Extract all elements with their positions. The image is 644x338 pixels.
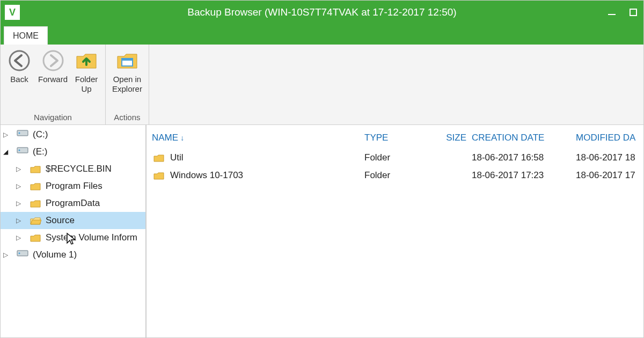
back-icon bbox=[8, 49, 31, 72]
column-header-size[interactable]: SIZE bbox=[434, 133, 472, 143]
column-header-creation-date[interactable]: CREATION DATE bbox=[472, 133, 574, 143]
ribbon-group-navigation: Back Forward Folder Up Navigation bbox=[1, 45, 106, 124]
column-header-type[interactable]: TYPE bbox=[364, 133, 434, 143]
tree-label: System Volume Inform bbox=[46, 232, 137, 243]
item-creation-date: 18-06-2017 17:23 bbox=[472, 170, 574, 181]
list-item[interactable]: Windows 10-1703 Folder 18-06-2017 17:23 … bbox=[150, 166, 643, 184]
back-label: Back bbox=[10, 75, 28, 84]
svg-rect-1 bbox=[630, 9, 636, 16]
ribbon-group-label-nav: Navigation bbox=[4, 111, 102, 123]
folder-open-icon bbox=[30, 215, 41, 226]
column-header-modified-date[interactable]: MODIFIED DA bbox=[574, 133, 643, 143]
drive-icon bbox=[17, 146, 28, 158]
folder-up-icon bbox=[75, 49, 98, 72]
drive-icon bbox=[17, 129, 28, 141]
item-modified-date: 18-06-2017 17 bbox=[574, 170, 643, 181]
svg-rect-5 bbox=[122, 58, 133, 61]
item-type: Folder bbox=[364, 170, 434, 181]
tree-label: Source bbox=[46, 215, 75, 226]
item-name: Util bbox=[170, 152, 184, 163]
item-creation-date: 18-06-2017 16:58 bbox=[472, 152, 574, 163]
minimize-button[interactable] bbox=[606, 6, 618, 18]
forward-button[interactable]: Forward bbox=[35, 49, 71, 84]
open-explorer-label: Open in Explorer bbox=[112, 75, 142, 94]
folder-icon bbox=[30, 232, 41, 244]
sort-asc-icon: ↓ bbox=[180, 134, 184, 142]
tree-label: $RECYCLE.BIN bbox=[46, 164, 112, 174]
expand-icon[interactable]: ▷ bbox=[14, 200, 22, 207]
svg-point-11 bbox=[19, 253, 20, 254]
tree-label: (E:) bbox=[33, 146, 47, 157]
column-header-name[interactable]: NAME↓ bbox=[150, 133, 364, 143]
window-title: Backup Browser (WIN-10S7T74TVAK at 17-12… bbox=[187, 6, 456, 18]
titlebar: V Backup Browser (WIN-10S7T74TVAK at 17-… bbox=[1, 1, 643, 24]
collapse-icon[interactable]: ◢ bbox=[2, 148, 9, 156]
tree-node-e[interactable]: ◢ (E:) bbox=[1, 143, 145, 160]
tree-node-program-files[interactable]: ▷ Program Files bbox=[1, 178, 145, 195]
item-type: Folder bbox=[364, 152, 434, 163]
folder-icon bbox=[30, 197, 41, 209]
forward-label: Forward bbox=[38, 75, 68, 84]
tree-node-volume1[interactable]: ▷ (Volume 1) bbox=[1, 246, 145, 263]
app-icon: V bbox=[5, 5, 20, 20]
folder-icon bbox=[153, 170, 165, 181]
expand-icon[interactable]: ▷ bbox=[14, 182, 22, 190]
file-list[interactable]: NAME↓ TYPE SIZE CREATION DATE MODIFIED D… bbox=[147, 125, 643, 337]
svg-point-7 bbox=[19, 133, 20, 134]
tree-label: Program Files bbox=[46, 181, 103, 192]
folder-icon bbox=[30, 180, 41, 192]
open-in-explorer-button[interactable]: Open in Explorer bbox=[109, 49, 145, 94]
tree-node-programdata[interactable]: ▷ ProgramData bbox=[1, 195, 145, 212]
expand-icon[interactable]: ▷ bbox=[14, 234, 22, 241]
maximize-button[interactable] bbox=[627, 6, 639, 18]
column-headers: NAME↓ TYPE SIZE CREATION DATE MODIFIED D… bbox=[150, 130, 643, 149]
ribbon-group-actions: Open in Explorer Actions bbox=[106, 45, 149, 124]
tree-node-c[interactable]: ▷ (C:) bbox=[1, 126, 145, 143]
tree-node-recycle[interactable]: ▷ $RECYCLE.BIN bbox=[1, 160, 145, 178]
expand-icon[interactable]: ▷ bbox=[14, 165, 22, 173]
item-modified-date: 18-06-2017 18 bbox=[574, 152, 643, 163]
folder-up-label: Folder Up bbox=[75, 75, 98, 94]
col-name-label: NAME bbox=[152, 133, 178, 143]
expand-icon[interactable]: ▷ bbox=[2, 251, 9, 259]
tree-label: (C:) bbox=[33, 129, 48, 140]
back-button[interactable]: Back bbox=[4, 49, 35, 84]
folder-icon bbox=[153, 152, 165, 164]
expand-icon[interactable]: ▷ bbox=[2, 131, 9, 138]
tree-label: ProgramData bbox=[46, 198, 100, 209]
ribbon-tabstrip: HOME bbox=[1, 24, 643, 45]
folder-tree[interactable]: ▷ (C:) ◢ (E:) ▷ $RECYCLE.BIN bbox=[1, 125, 147, 337]
item-name: Windows 10-1703 bbox=[170, 170, 243, 181]
ribbon: Back Forward Folder Up Navigation bbox=[1, 45, 643, 125]
svg-point-2 bbox=[10, 51, 29, 70]
drive-icon bbox=[17, 249, 28, 261]
tree-node-source[interactable]: ▷ Source bbox=[1, 212, 145, 229]
tree-node-svi[interactable]: ▷ System Volume Inform bbox=[1, 229, 145, 246]
list-item[interactable]: Util Folder 18-06-2017 16:58 18-06-2017 … bbox=[150, 149, 643, 166]
svg-point-3 bbox=[43, 51, 63, 70]
folder-icon bbox=[30, 163, 41, 175]
explorer-icon bbox=[115, 49, 139, 72]
folder-up-button[interactable]: Folder Up bbox=[71, 49, 102, 94]
ribbon-group-label-actions: Actions bbox=[109, 111, 145, 123]
tree-label: (Volume 1) bbox=[33, 249, 77, 260]
svg-point-9 bbox=[19, 150, 20, 151]
tab-home[interactable]: HOME bbox=[4, 26, 48, 45]
forward-icon bbox=[41, 49, 65, 72]
expand-icon[interactable]: ▷ bbox=[14, 217, 22, 224]
